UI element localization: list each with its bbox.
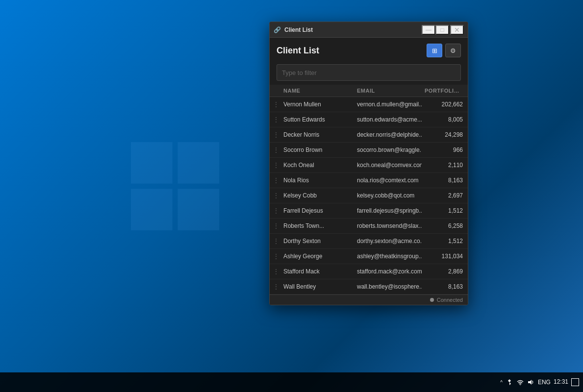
table-header: NAME EMAIL PORTFOLIO ... <box>270 85 468 97</box>
row-name: Koch Oneal <box>280 158 354 172</box>
row-portfolio: 966 <box>422 143 466 157</box>
table-container[interactable]: NAME EMAIL PORTFOLIO ... ⋮ Vernon Mullen… <box>270 85 468 294</box>
minimize-button[interactable]: — <box>422 25 435 35</box>
svg-marker-5 <box>528 380 532 385</box>
network-icon[interactable] <box>516 378 524 386</box>
maximize-button[interactable]: □ <box>435 25 449 35</box>
row-menu-icon[interactable]: ⋮ <box>272 112 280 127</box>
close-button[interactable]: ✕ <box>450 25 464 35</box>
taskbar-right: ^ ENG 12:31 <box>500 378 579 386</box>
row-portfolio: 1,512 <box>422 234 466 248</box>
table-row[interactable]: ⋮ Koch Oneal koch.oneal@comvex.com 2,110 <box>270 158 468 173</box>
row-menu-icon[interactable]: ⋮ <box>272 127 280 142</box>
row-email: vernon.d.mullen@gmail... <box>354 97 422 112</box>
svg-point-4 <box>520 385 521 385</box>
table-row[interactable]: ⋮ Wall Bentley wall.bentley@isosphere...… <box>270 279 468 294</box>
col-portfolio: PORTFOLIO ... <box>422 85 466 97</box>
row-name: Ashley George <box>280 249 354 264</box>
table-row[interactable]: ⋮ Kelsey Cobb kelsey.cobb@qot.com 2,697 <box>270 188 468 203</box>
svg-rect-1 <box>177 142 219 184</box>
filter-input[interactable] <box>277 64 461 81</box>
app-window: 🔗 Client List — □ ✕ Client List ⊞ ⚙ NAME… <box>269 22 468 305</box>
row-name: Wall Bentley <box>280 279 354 294</box>
header-buttons: ⊞ ⚙ <box>427 44 461 57</box>
row-email: farrell.dejesus@springb... <box>354 203 422 218</box>
row-portfolio: 2,869 <box>422 264 466 279</box>
settings-button[interactable]: ⚙ <box>445 44 461 57</box>
row-email: wall.bentley@isosphere... <box>354 279 422 294</box>
row-menu-icon[interactable]: ⋮ <box>272 219 280 233</box>
row-email: koch.oneal@comvex.com <box>354 158 422 172</box>
table-row[interactable]: ⋮ Farrell Dejesus farrell.dejesus@spring… <box>270 203 468 219</box>
app-title: Client List <box>277 46 319 56</box>
row-portfolio: 8,163 <box>422 279 466 294</box>
table-row[interactable]: ⋮ Ashley George ashley@theatkinsgroup...… <box>270 249 468 264</box>
row-menu-icon[interactable]: ⋮ <box>272 97 280 112</box>
settings-icon: ⚙ <box>450 47 456 54</box>
row-name: Socorro Brown <box>280 143 354 157</box>
row-portfolio: 24,298 <box>422 127 466 142</box>
row-portfolio: 6,258 <box>422 219 466 233</box>
row-name: Vernon Mullen <box>280 97 354 112</box>
row-name: Roberts Town... <box>280 219 354 233</box>
svg-rect-0 <box>131 142 173 184</box>
taskbar-time[interactable]: 12:31 <box>554 378 568 386</box>
table-row[interactable]: ⋮ Dorthy Sexton dorthy.sexton@acme.co...… <box>270 234 468 249</box>
row-portfolio: 131,034 <box>422 249 466 264</box>
svg-rect-3 <box>177 189 219 230</box>
table-row[interactable]: ⋮ Vernon Mullen vernon.d.mullen@gmail...… <box>270 97 468 112</box>
taskbar-lang[interactable]: ENG <box>538 379 551 386</box>
row-name: Dorthy Sexton <box>280 234 354 248</box>
row-menu-icon[interactable]: ⋮ <box>272 249 280 264</box>
taskbar-notification-button[interactable] <box>571 378 579 386</box>
row-name: Farrell Dejesus <box>280 203 354 218</box>
row-portfolio: 1,512 <box>422 203 466 218</box>
app-header: Client List ⊞ ⚙ <box>270 38 468 61</box>
row-menu-icon[interactable]: ⋮ <box>272 173 280 188</box>
row-portfolio: 8,163 <box>422 173 466 188</box>
row-menu-icon[interactable]: ⋮ <box>272 264 280 279</box>
row-name: Nola Rios <box>280 173 354 188</box>
window-icon: 🔗 <box>274 26 281 34</box>
row-email: stafford.mack@zork.com <box>354 264 422 279</box>
filter-section <box>270 61 468 85</box>
col-name: NAME <box>280 85 354 97</box>
bluetooth-icon[interactable] <box>506 378 513 386</box>
row-name: Stafford Mack <box>280 264 354 279</box>
row-email: nola.rios@comtext.com <box>354 173 422 188</box>
row-email: dorthy.sexton@acme.co... <box>354 234 422 248</box>
row-menu-icon[interactable]: ⋮ <box>272 279 280 294</box>
col-email: EMAIL <box>354 85 422 97</box>
desktop-logo <box>131 142 219 230</box>
connection-dot <box>430 298 434 302</box>
row-email: decker.norris@delphide... <box>354 127 422 142</box>
grid-icon: ⊞ <box>432 47 437 54</box>
row-portfolio: 202,662 <box>422 97 466 112</box>
grid-view-button[interactable]: ⊞ <box>427 44 442 57</box>
table-row[interactable]: ⋮ Roberts Town... roberts.townsend@slax.… <box>270 219 468 234</box>
taskbar-overflow-button[interactable]: ^ <box>500 380 503 385</box>
row-menu-icon[interactable]: ⋮ <box>272 234 280 248</box>
row-email: kelsey.cobb@qot.com <box>354 188 422 203</box>
row-menu-icon[interactable]: ⋮ <box>272 203 280 218</box>
row-name: Sutton Edwards <box>280 112 354 127</box>
table-row[interactable]: ⋮ Nola Rios nola.rios@comtext.com 8,163 <box>270 173 468 188</box>
row-name: Decker Norris <box>280 127 354 142</box>
title-bar: 🔗 Client List — □ ✕ <box>270 22 468 38</box>
row-menu-icon[interactable]: ⋮ <box>272 143 280 157</box>
volume-icon[interactable] <box>527 378 535 386</box>
table-body: ⋮ Vernon Mullen vernon.d.mullen@gmail...… <box>270 97 468 294</box>
status-bar: Connected <box>270 294 468 305</box>
table-row[interactable]: ⋮ Socorro Brown socorro.brown@kraggle...… <box>270 143 468 158</box>
table-row[interactable]: ⋮ Sutton Edwards sutton.edwards@acme....… <box>270 112 468 127</box>
connection-status: Connected <box>437 297 463 303</box>
col-menu <box>272 85 280 97</box>
row-menu-icon[interactable]: ⋮ <box>272 158 280 172</box>
window-title: Client List <box>284 26 422 33</box>
table-row[interactable]: ⋮ Decker Norris decker.norris@delphide..… <box>270 127 468 143</box>
table-row[interactable]: ⋮ Stafford Mack stafford.mack@zork.com 2… <box>270 264 468 279</box>
row-menu-icon[interactable]: ⋮ <box>272 188 280 203</box>
row-name: Kelsey Cobb <box>280 188 354 203</box>
row-email: sutton.edwards@acme.... <box>354 112 422 127</box>
row-email: roberts.townsend@slax... <box>354 219 422 233</box>
